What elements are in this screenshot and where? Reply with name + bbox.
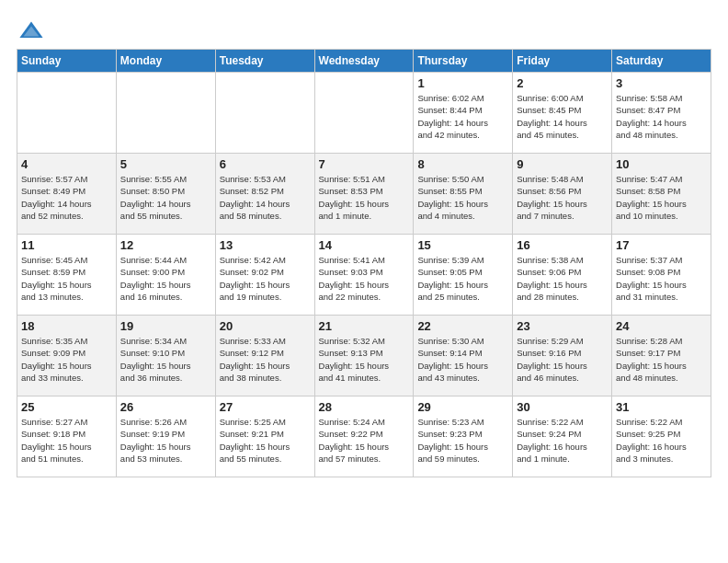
day-number: 28 bbox=[319, 400, 410, 414]
day-info: Sunrise: 5:48 AM Sunset: 8:56 PM Dayligh… bbox=[517, 173, 608, 222]
day-number: 25 bbox=[21, 400, 112, 414]
calendar-day-cell: 10Sunrise: 5:47 AM Sunset: 8:58 PM Dayli… bbox=[612, 154, 711, 235]
day-number: 4 bbox=[21, 157, 112, 171]
calendar-day-cell: 31Sunrise: 5:22 AM Sunset: 9:25 PM Dayli… bbox=[612, 396, 711, 477]
calendar-day-cell: 6Sunrise: 5:53 AM Sunset: 8:52 PM Daylig… bbox=[215, 154, 314, 235]
day-info: Sunrise: 5:34 AM Sunset: 9:10 PM Dayligh… bbox=[120, 335, 211, 384]
day-of-week-header: Friday bbox=[513, 50, 612, 73]
calendar-day-cell: 14Sunrise: 5:41 AM Sunset: 9:03 PM Dayli… bbox=[314, 235, 414, 316]
day-info: Sunrise: 5:47 AM Sunset: 8:58 PM Dayligh… bbox=[616, 173, 707, 222]
calendar-day-cell: 13Sunrise: 5:42 AM Sunset: 9:02 PM Dayli… bbox=[215, 235, 314, 316]
calendar-day-cell: 19Sunrise: 5:34 AM Sunset: 9:10 PM Dayli… bbox=[116, 316, 215, 396]
day-number: 2 bbox=[517, 76, 608, 90]
calendar-week-row: 18Sunrise: 5:35 AM Sunset: 9:09 PM Dayli… bbox=[17, 316, 711, 396]
calendar-header-row: SundayMondayTuesdayWednesdayThursdayFrid… bbox=[17, 50, 711, 73]
day-info: Sunrise: 5:29 AM Sunset: 9:16 PM Dayligh… bbox=[517, 335, 608, 384]
day-number: 7 bbox=[319, 157, 410, 171]
day-info: Sunrise: 5:26 AM Sunset: 9:19 PM Dayligh… bbox=[120, 416, 211, 465]
logo bbox=[18, 18, 48, 44]
day-number: 12 bbox=[120, 238, 211, 252]
calendar-day-cell: 30Sunrise: 5:22 AM Sunset: 9:24 PM Dayli… bbox=[513, 396, 612, 477]
calendar-day-cell: 18Sunrise: 5:35 AM Sunset: 9:09 PM Dayli… bbox=[17, 316, 117, 396]
calendar-day-cell: 24Sunrise: 5:28 AM Sunset: 9:17 PM Dayli… bbox=[612, 316, 711, 396]
day-number: 15 bbox=[417, 238, 508, 252]
day-number: 6 bbox=[220, 157, 311, 171]
day-info: Sunrise: 5:30 AM Sunset: 9:14 PM Dayligh… bbox=[417, 335, 508, 384]
day-info: Sunrise: 5:58 AM Sunset: 8:47 PM Dayligh… bbox=[616, 92, 707, 141]
day-of-week-header: Sunday bbox=[17, 50, 117, 73]
calendar-day-cell: 17Sunrise: 5:37 AM Sunset: 9:08 PM Dayli… bbox=[612, 235, 711, 316]
page-wrapper: SundayMondayTuesdayWednesdayThursdayFrid… bbox=[9, 9, 719, 477]
calendar-day-cell: 11Sunrise: 5:45 AM Sunset: 8:59 PM Dayli… bbox=[17, 235, 117, 316]
logo-icon bbox=[18, 18, 44, 44]
day-number: 3 bbox=[616, 76, 707, 90]
day-number: 29 bbox=[417, 400, 508, 414]
day-info: Sunrise: 5:27 AM Sunset: 9:18 PM Dayligh… bbox=[21, 416, 112, 465]
calendar-day-cell: 26Sunrise: 5:26 AM Sunset: 9:19 PM Dayli… bbox=[116, 396, 215, 477]
day-number: 13 bbox=[220, 238, 311, 252]
day-info: Sunrise: 5:33 AM Sunset: 9:12 PM Dayligh… bbox=[220, 335, 311, 384]
day-number: 20 bbox=[220, 319, 311, 333]
calendar-day-cell: 3Sunrise: 5:58 AM Sunset: 8:47 PM Daylig… bbox=[612, 73, 711, 154]
day-number: 1 bbox=[417, 76, 508, 90]
calendar-day-cell: 2Sunrise: 6:00 AM Sunset: 8:45 PM Daylig… bbox=[513, 73, 612, 154]
day-number: 26 bbox=[120, 400, 211, 414]
day-of-week-header: Thursday bbox=[414, 50, 513, 73]
calendar-day-cell: 4Sunrise: 5:57 AM Sunset: 8:49 PM Daylig… bbox=[17, 154, 117, 235]
calendar-day-cell: 21Sunrise: 5:32 AM Sunset: 9:13 PM Dayli… bbox=[314, 316, 414, 396]
day-number: 11 bbox=[21, 238, 112, 252]
calendar-day-cell: 12Sunrise: 5:44 AM Sunset: 9:00 PM Dayli… bbox=[116, 235, 215, 316]
day-info: Sunrise: 5:24 AM Sunset: 9:22 PM Dayligh… bbox=[319, 416, 410, 465]
day-number: 31 bbox=[616, 400, 707, 414]
day-info: Sunrise: 5:23 AM Sunset: 9:23 PM Dayligh… bbox=[417, 416, 508, 465]
calendar-day-cell: 25Sunrise: 5:27 AM Sunset: 9:18 PM Dayli… bbox=[17, 396, 117, 477]
calendar-day-cell: 22Sunrise: 5:30 AM Sunset: 9:14 PM Dayli… bbox=[414, 316, 513, 396]
day-info: Sunrise: 5:51 AM Sunset: 8:53 PM Dayligh… bbox=[319, 173, 410, 222]
calendar-day-cell: 1Sunrise: 6:02 AM Sunset: 8:44 PM Daylig… bbox=[414, 73, 513, 154]
day-number: 24 bbox=[616, 319, 707, 333]
day-info: Sunrise: 5:55 AM Sunset: 8:50 PM Dayligh… bbox=[120, 173, 211, 222]
day-number: 14 bbox=[319, 238, 410, 252]
calendar-day-cell: 28Sunrise: 5:24 AM Sunset: 9:22 PM Dayli… bbox=[314, 396, 414, 477]
page-header bbox=[9, 9, 719, 49]
calendar-day-cell bbox=[116, 73, 215, 154]
calendar-day-cell: 27Sunrise: 5:25 AM Sunset: 9:21 PM Dayli… bbox=[215, 396, 314, 477]
day-number: 27 bbox=[220, 400, 311, 414]
day-info: Sunrise: 6:00 AM Sunset: 8:45 PM Dayligh… bbox=[517, 92, 608, 141]
day-info: Sunrise: 5:37 AM Sunset: 9:08 PM Dayligh… bbox=[616, 254, 707, 303]
day-info: Sunrise: 5:32 AM Sunset: 9:13 PM Dayligh… bbox=[319, 335, 410, 384]
calendar-day-cell: 16Sunrise: 5:38 AM Sunset: 9:06 PM Dayli… bbox=[513, 235, 612, 316]
day-number: 16 bbox=[517, 238, 608, 252]
calendar-day-cell bbox=[17, 73, 117, 154]
calendar-day-cell: 9Sunrise: 5:48 AM Sunset: 8:56 PM Daylig… bbox=[513, 154, 612, 235]
day-info: Sunrise: 5:22 AM Sunset: 9:24 PM Dayligh… bbox=[517, 416, 608, 465]
day-info: Sunrise: 5:57 AM Sunset: 8:49 PM Dayligh… bbox=[21, 173, 112, 222]
day-info: Sunrise: 5:28 AM Sunset: 9:17 PM Dayligh… bbox=[616, 335, 707, 384]
day-number: 9 bbox=[517, 157, 608, 171]
day-info: Sunrise: 5:53 AM Sunset: 8:52 PM Dayligh… bbox=[220, 173, 311, 222]
day-info: Sunrise: 5:39 AM Sunset: 9:05 PM Dayligh… bbox=[417, 254, 508, 303]
day-number: 8 bbox=[417, 157, 508, 171]
day-info: Sunrise: 5:41 AM Sunset: 9:03 PM Dayligh… bbox=[319, 254, 410, 303]
day-of-week-header: Wednesday bbox=[314, 50, 414, 73]
day-info: Sunrise: 5:42 AM Sunset: 9:02 PM Dayligh… bbox=[220, 254, 311, 303]
day-info: Sunrise: 5:45 AM Sunset: 8:59 PM Dayligh… bbox=[21, 254, 112, 303]
day-number: 23 bbox=[517, 319, 608, 333]
day-info: Sunrise: 6:02 AM Sunset: 8:44 PM Dayligh… bbox=[417, 92, 508, 141]
calendar-week-row: 11Sunrise: 5:45 AM Sunset: 8:59 PM Dayli… bbox=[17, 235, 711, 316]
calendar-day-cell bbox=[314, 73, 414, 154]
day-of-week-header: Saturday bbox=[612, 50, 711, 73]
day-info: Sunrise: 5:25 AM Sunset: 9:21 PM Dayligh… bbox=[220, 416, 311, 465]
day-of-week-header: Monday bbox=[116, 50, 215, 73]
calendar-table: SundayMondayTuesdayWednesdayThursdayFrid… bbox=[17, 49, 711, 477]
calendar-day-cell: 23Sunrise: 5:29 AM Sunset: 9:16 PM Dayli… bbox=[513, 316, 612, 396]
day-number: 30 bbox=[517, 400, 608, 414]
day-of-week-header: Tuesday bbox=[215, 50, 314, 73]
calendar-week-row: 25Sunrise: 5:27 AM Sunset: 9:18 PM Dayli… bbox=[17, 396, 711, 477]
calendar-day-cell bbox=[215, 73, 314, 154]
calendar-week-row: 4Sunrise: 5:57 AM Sunset: 8:49 PM Daylig… bbox=[17, 154, 711, 235]
calendar-day-cell: 15Sunrise: 5:39 AM Sunset: 9:05 PM Dayli… bbox=[414, 235, 513, 316]
day-number: 22 bbox=[417, 319, 508, 333]
day-number: 10 bbox=[616, 157, 707, 171]
calendar-day-cell: 20Sunrise: 5:33 AM Sunset: 9:12 PM Dayli… bbox=[215, 316, 314, 396]
